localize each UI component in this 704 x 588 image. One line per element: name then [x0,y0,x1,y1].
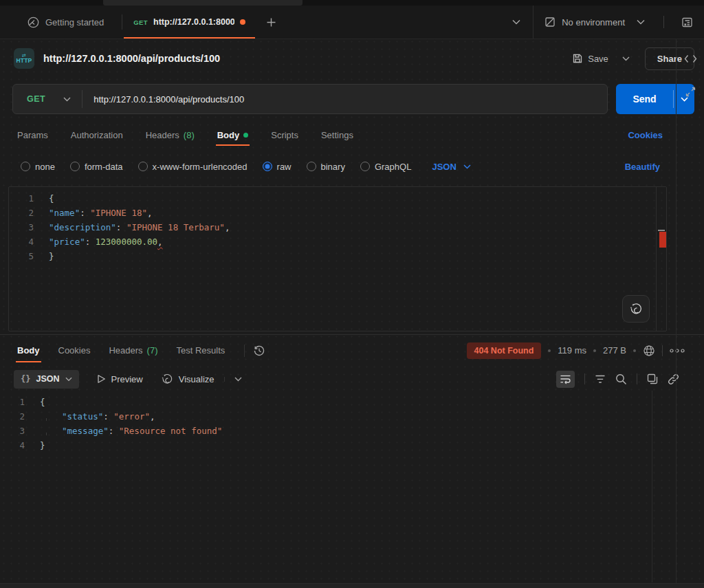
tab-request-method: GET [133,19,148,26]
response-tabs: Body Cookies Headers(7) Test Results 404… [0,335,704,366]
request-title: http://127.0.0.1:8000/api/products/100 [43,53,220,64]
response-body-code[interactable]: 1{2"status": "error",3"message": "Resour… [0,392,704,453]
response-history-icon[interactable] [244,345,268,357]
back-circle-icon [28,17,39,28]
status-bar-edge [0,583,704,588]
response-meta: 404 Not Found 119 ms 277 B [467,342,694,359]
radio-binary[interactable]: binary [307,162,345,172]
url-box: GET [12,84,608,114]
divider [662,345,663,356]
dot-separator [593,349,596,352]
request-body-code[interactable]: 1{2"name": "IPHONE 18",3"description": "… [9,187,666,263]
request-body-editor[interactable]: 1{2"name": "IPHONE 18",3"description": "… [8,186,667,331]
save-icon [572,53,583,64]
response-format-select[interactable]: {} JSON [14,370,79,389]
no-environment-icon [544,17,556,28]
postbot-button[interactable] [622,295,650,323]
response-size[interactable]: 277 B [603,345,626,356]
response-headers-count: (7) [147,345,158,356]
language-select[interactable]: JSON [432,162,470,172]
response-tab-test-results[interactable]: Test Results [176,337,226,364]
code-line: 2"status": "error", [0,409,704,424]
tab-scripts[interactable]: Scripts [270,122,299,149]
divider [663,16,664,28]
response-tab-body[interactable]: Body [16,337,41,364]
radio-x-www-form-urlencoded[interactable]: x-www-form-urlencoded [138,162,248,172]
tab-body[interactable]: Body [217,122,250,149]
visualize-label: Visualize [179,374,214,384]
code-line: 3"description": "IPHONE 18 Terbaru", [9,220,666,235]
window-top-strip [0,0,704,6]
save-options-chevron-icon[interactable] [617,54,635,64]
filter-icon[interactable] [595,375,606,384]
method-label: GET [27,94,45,104]
ruler-error-marker [659,232,666,248]
visualize-icon [161,373,173,385]
send-label[interactable]: Send [616,84,673,114]
copy-icon[interactable] [647,373,658,384]
radio-none[interactable]: none [21,162,55,172]
tab-getting-started[interactable]: Getting started [23,6,122,39]
code-line: 2"name": "IPHONE 18", [9,206,666,220]
response-view-icons [556,373,694,385]
code-line: 4"price": 123000000.00, [9,235,666,249]
environment-quick-look-icon[interactable] [677,17,697,28]
preview-play-icon [97,374,106,384]
method-select[interactable]: GET [13,94,82,104]
language-label: JSON [432,162,456,172]
http-request-icon: ⇄ HTTP [14,48,34,69]
tab-request-title: http://127.0.0.1:8000/ap [153,17,234,27]
code-line: 3"message": "Resource not found" [0,424,704,438]
tab-headers[interactable]: Headers(8) [145,122,195,149]
save-button[interactable]: Save [566,49,614,68]
expand-panel-icon[interactable] [685,87,696,97]
response-tab-headers[interactable]: Headers(7) [108,337,158,364]
dot-separator [548,349,551,352]
tab-active-request[interactable]: GET http://127.0.0.1:8000/ap [122,6,256,39]
response-time[interactable]: 119 ms [558,345,586,356]
body-type-row: none form-data x-www-form-urlencoded raw… [0,150,704,183]
radio-icon [307,162,316,171]
url-row: GET Send [0,78,704,120]
tab-authorization[interactable]: Authorization [70,122,124,149]
code-snippet-icon[interactable] [684,54,697,63]
radio-form-data[interactable]: form-data [70,162,123,172]
preview-label: Preview [111,374,143,384]
response-format-label: JSON [36,374,59,384]
request-tabs: Params Authorization Headers(8) Body Scr… [0,120,704,150]
status-badge[interactable]: 404 Not Found [467,342,542,359]
response-tab-cookies[interactable]: Cookies [58,337,91,364]
right-sidebar-rail [676,39,704,588]
body-has-content-dot [243,133,248,138]
visualize-options-chevron-icon[interactable] [224,377,242,382]
method-chevron-icon [63,97,71,102]
network-globe-icon[interactable] [643,345,655,357]
preview-button[interactable]: Preview [97,374,143,384]
new-tab-button[interactable] [256,6,286,39]
editor-overview-ruler[interactable] [656,187,666,331]
tabbar-right-group: No environment [500,6,704,39]
search-icon[interactable] [615,373,627,385]
radio-icon [70,162,80,171]
code-line: 1{ [0,395,704,409]
save-label: Save [588,54,608,64]
unsaved-dot-icon [240,19,245,25]
ruler-cursor-tick [658,230,665,231]
tab-list-chevron-icon[interactable] [500,19,533,25]
dot-separator [633,349,636,352]
environment-selector[interactable]: No environment [533,6,704,39]
visualize-button[interactable]: Visualize [161,373,214,385]
response-toolbar: {} JSON Preview Visualize [0,366,704,392]
tab-settings[interactable]: Settings [320,122,354,149]
radio-raw[interactable]: raw [263,162,292,172]
response-scroll-divider [652,391,652,582]
json-braces-icon: {} [21,374,30,384]
format-chevron-icon [65,377,72,382]
radio-graphql[interactable]: GraphQL [360,162,411,172]
headers-count: (8) [184,130,195,140]
code-line: 1{ [9,191,666,206]
wrap-text-icon[interactable] [556,371,575,388]
radio-icon [21,162,30,171]
tab-params[interactable]: Params [16,122,49,149]
url-input[interactable] [82,94,607,105]
